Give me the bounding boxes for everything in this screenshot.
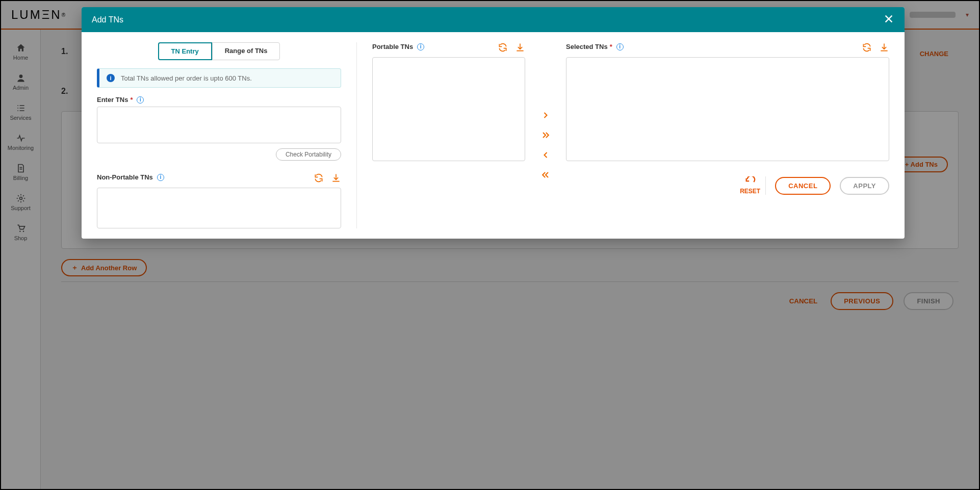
reset-icon[interactable] <box>862 42 872 54</box>
selected-list[interactable] <box>566 57 889 161</box>
transfer-controls <box>540 42 551 228</box>
close-icon[interactable] <box>883 13 894 26</box>
tab-range-of-tns[interactable]: Range of TNs <box>212 42 280 60</box>
selected-label: Selected TNs * i <box>566 43 624 50</box>
info-icon[interactable]: i <box>417 43 424 50</box>
selected-column: Selected TNs * i RESET <box>566 42 889 228</box>
non-portable-list <box>97 188 341 228</box>
tn-tabs: TN Entry Range of TNs <box>97 42 341 60</box>
info-text: Total TNs allowed per order is upto 600 … <box>121 74 252 82</box>
check-portability-button[interactable]: Check Portability <box>276 148 341 161</box>
tab-tn-entry[interactable]: TN Entry <box>158 42 212 60</box>
download-icon[interactable] <box>331 173 341 185</box>
info-icon[interactable]: i <box>137 96 144 104</box>
modal-cancel-button[interactable]: CANCEL <box>775 177 831 195</box>
move-all-right-icon[interactable] <box>540 130 551 142</box>
download-icon[interactable] <box>879 42 889 54</box>
move-right-icon[interactable] <box>540 110 551 122</box>
modal-header: Add TNs <box>82 7 905 32</box>
portable-label: Portable TNs i <box>372 43 424 50</box>
info-icon[interactable]: i <box>616 43 624 50</box>
modal-apply-button[interactable]: APPLY <box>840 177 889 195</box>
info-icon: i <box>107 74 115 82</box>
enter-tns-input[interactable] <box>97 107 341 143</box>
reset-icon[interactable] <box>314 173 324 185</box>
move-left-icon[interactable] <box>540 150 551 162</box>
portable-list[interactable] <box>372 57 525 161</box>
tn-entry-column: TN Entry Range of TNs i Total TNs allowe… <box>97 42 357 228</box>
add-tns-modal: Add TNs TN Entry Range of TNs i Total TN… <box>82 7 905 239</box>
modal-title: Add TNs <box>92 15 123 24</box>
info-icon[interactable]: i <box>157 174 164 181</box>
download-icon[interactable] <box>515 42 525 54</box>
enter-tns-label: Enter TNs * i <box>97 96 341 104</box>
reset-icon[interactable] <box>498 42 508 54</box>
info-banner: i Total TNs allowed per order is upto 60… <box>97 68 341 88</box>
non-portable-label: Non-Portable TNs i <box>97 173 164 181</box>
portable-column: Portable TNs i <box>372 42 525 228</box>
move-all-left-icon[interactable] <box>540 170 551 182</box>
reset-button[interactable]: RESET <box>740 176 766 195</box>
